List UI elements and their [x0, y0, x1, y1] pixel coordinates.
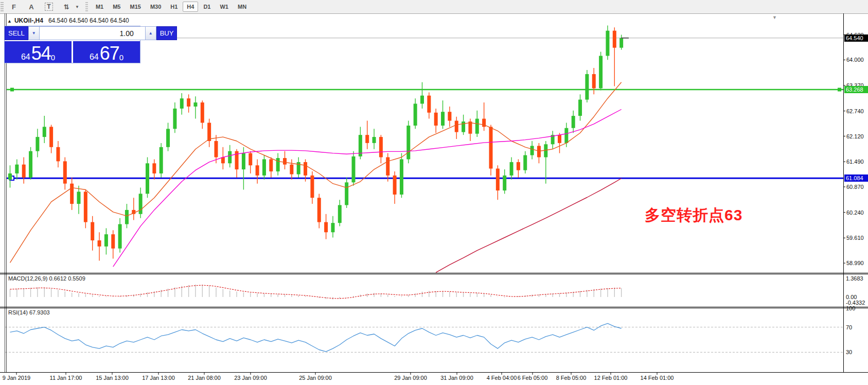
time-axis-label: 9 Jan 2019	[3, 375, 30, 381]
timeframe-button-w1[interactable]: W1	[216, 2, 233, 12]
sell-button[interactable]: SELL	[5, 26, 28, 40]
time-axis-label: 6 Feb 05:00	[518, 375, 548, 381]
time-axis-label: 17 Jan 13:00	[142, 375, 175, 381]
time-axis-label: 8 Feb 05:00	[556, 375, 587, 381]
macd-label: MACD(12,26,9) 0.6612 0.5509	[8, 275, 85, 282]
rsi-label: RSI(14) 67.9303	[8, 309, 50, 316]
sell-price-panel[interactable]: 64 54 0	[5, 41, 72, 63]
timeframe-button-m5[interactable]: M5	[109, 2, 125, 12]
ohlc-values: 64.540 64.540 64.540 64.540	[48, 17, 129, 24]
timeframe-button-m30[interactable]: M30	[146, 2, 165, 12]
price-tag-64.540: 64.540	[844, 34, 868, 42]
volume-dropdown-button[interactable]: ▼	[28, 26, 40, 40]
chevron-down-icon[interactable]: ▼	[75, 5, 79, 9]
toolbar-drag-handle[interactable]	[1, 2, 4, 11]
font-a-icon[interactable]: A	[27, 2, 36, 12]
price-axis-tick: 60.240	[846, 209, 864, 216]
price-axis-tick: 64.000	[846, 57, 864, 63]
time-axis-label: 12 Feb 01:00	[594, 375, 628, 381]
toolbar-icon-group: FAT⇅	[5, 2, 75, 12]
rsi-axis-tick: 30	[846, 349, 852, 355]
template-f-icon[interactable]: F	[9, 2, 19, 12]
rsi-axis-tick: 70	[846, 324, 852, 330]
time-axis-label: 4 Feb 04:00	[487, 375, 517, 381]
arrows-dropdown-icon[interactable]: ⇅	[62, 2, 71, 12]
volume-input[interactable]	[40, 26, 145, 40]
one-click-trading-panel: SELL ▼ ▲ BUY 64 54 0 64 67 0	[4, 26, 140, 63]
timeframe-button-h1[interactable]: H1	[166, 2, 182, 12]
buy-price-pips: 67	[100, 46, 119, 61]
timeframe-button-m1[interactable]: M1	[92, 2, 108, 12]
chart-canvas[interactable]	[0, 13, 868, 385]
volume-increase-button[interactable]: ▲	[145, 26, 156, 40]
buy-price-fraction: 0	[119, 54, 123, 61]
collapse-triangle-icon[interactable]: ▲	[7, 19, 12, 24]
price-tag-61.084: 61.084	[844, 174, 868, 182]
chart-title: ▲UKOil-,H464.540 64.540 64.540 64.540	[7, 17, 129, 24]
time-axis-label: 21 Jan 08:00	[188, 375, 221, 381]
buy-button[interactable]: BUY	[156, 26, 178, 40]
buy-price-big-figure: 64	[90, 53, 99, 61]
time-axis-label: 29 Jan 09:00	[394, 375, 427, 381]
price-axis-tick: 59.610	[846, 235, 864, 241]
timeframe-button-mn[interactable]: MN	[234, 2, 251, 12]
macd-axis-tick: 0.00	[846, 294, 857, 300]
time-axis-label: 25 Jan 09:00	[299, 375, 332, 381]
macd-axis-tick: 1.3683	[846, 275, 863, 282]
time-axis-label: 14 Feb 01:00	[641, 375, 674, 381]
price-tag-63.268: 63.268	[844, 86, 868, 93]
price-axis-tick: 58.990	[846, 260, 864, 266]
timeframe-button-m15[interactable]: M15	[126, 2, 145, 12]
symbol-timeframe-label: UKOil-,H4	[14, 17, 43, 24]
toolbar: FAT⇅ ▼ M1M5M15M30H1H4D1W1MN	[0, 0, 868, 14]
buy-price-panel[interactable]: 64 67 0	[73, 41, 140, 63]
sell-price-fraction: 0	[51, 54, 55, 61]
chart-shift-marker-icon[interactable]: ▼	[772, 15, 777, 20]
price-axis-tick: 61.490	[846, 159, 864, 165]
trading-terminal-window: { "toolbar": { "icons": [ {"name": "temp…	[0, 0, 868, 385]
sell-price-big-figure: 64	[21, 53, 30, 61]
price-axis-tick: 60.870	[846, 184, 864, 190]
timeframe-button-group: M1M5M15M30H1H4D1W1MN	[91, 2, 251, 12]
text-label-icon[interactable]: T	[44, 2, 54, 12]
timeframe-button-d1[interactable]: D1	[199, 2, 215, 12]
time-axis-label: 31 Jan 09:00	[440, 375, 473, 381]
rsi-axis-tick: 100	[846, 305, 855, 311]
chart-annotation-text: 多空转折点63	[645, 205, 742, 226]
sell-price-pips: 54	[31, 46, 51, 61]
time-axis-label: 23 Jan 09:00	[234, 375, 267, 381]
price-axis-tick: 62.120	[846, 133, 864, 139]
time-axis-label: 11 Jan 17:00	[50, 375, 82, 381]
price-axis-tick: 62.740	[846, 108, 864, 114]
timeframe-button-h4[interactable]: H4	[183, 2, 198, 12]
time-axis-label: 15 Jan 13:00	[96, 375, 129, 381]
toolbar-separator	[85, 2, 88, 11]
